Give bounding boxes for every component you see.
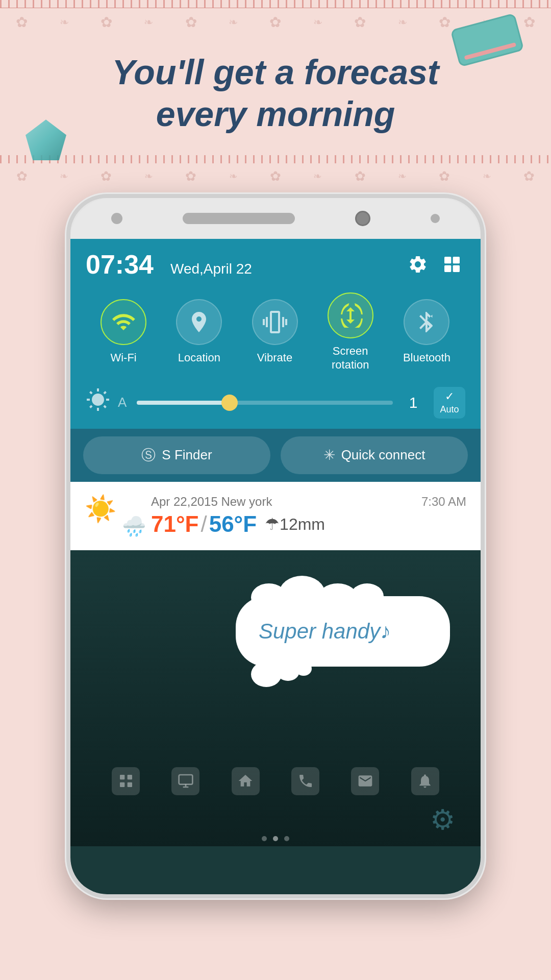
dock-icon-2 [171,767,199,795]
rotation-icon-circle [328,292,373,338]
qs-screen-rotation[interactable]: Screenrotation [328,292,373,372]
svg-rect-1 [453,257,460,263]
floral-deco-1: ✿ [16,14,28,31]
floral-deco-4: ❧ [144,16,153,29]
wifi-label: Wi-Fi [110,351,136,364]
floral-b-13: ✿ [523,168,535,184]
auto-label: Auto [440,404,459,415]
location-label: Location [178,351,220,364]
svg-rect-8 [179,775,193,785]
qs-wifi[interactable]: Wi-Fi [101,299,146,364]
s-finder-button[interactable]: Ⓢ S Finder [83,436,270,474]
bottom-nav-dots [70,836,481,841]
brightness-number: 1 [403,394,423,411]
auto-check-icon: ✓ [445,390,454,403]
qs-bluetooth[interactable]: Bluetooth [403,299,450,364]
location-icon-circle [176,299,222,345]
cloud-speech-bubble: Super handy♪ [236,581,450,667]
floral-b-5: ✿ [185,168,196,184]
dock-icon-6 [411,767,439,795]
dock-icon-3 [232,767,260,795]
temp-low: 56°F [209,511,257,537]
svg-rect-7 [127,782,132,787]
phone-camera [355,211,370,226]
dock-icon-1 [112,767,140,795]
phone-container: 07:34 Wed,April 22 [0,194,551,898]
auto-button[interactable]: ✓ Auto [434,387,465,419]
phone-frame: 07:34 Wed,April 22 [66,194,485,898]
screen-rotation-label: Screenrotation [332,345,369,372]
floral-b-12: ❧ [483,170,491,182]
status-icons [405,251,465,278]
quick-connect-button[interactable]: ✳ Quick connect [281,436,468,474]
floral-deco-7: ✿ [269,14,281,31]
weather-time: 7:30 AM [421,495,466,509]
floral-b-9: ✿ [355,168,366,184]
floral-b-3: ✿ [101,168,112,184]
floral-b-4: ❧ [144,170,153,182]
phone-dot-right [431,214,440,223]
weather-info: Apr 22,2015 New york 7:30 AM 71°F / 56°F… [151,495,466,537]
grid-icon[interactable] [439,251,465,278]
svg-rect-4 [120,775,124,779]
qs-location[interactable]: Location [176,299,222,364]
weather-sun-icon: ☀️ [85,494,116,524]
phone-screen: 07:34 Wed,April 22 [70,239,481,894]
bluetooth-icon-circle [404,299,449,345]
floral-b-7: ✿ [270,168,281,184]
svg-rect-6 [120,782,124,787]
floral-deco-13: ✿ [523,14,535,31]
weather-widget: ☀️ 🌧️ Apr 22,2015 New york 7:30 AM 71°F … [70,482,481,550]
floral-deco-8: ❧ [313,16,322,29]
s-finder-icon: Ⓢ [141,446,156,465]
phone-speaker [183,213,295,224]
weather-icon-area: ☀️ 🌧️ [85,493,141,539]
floral-deco-6: ❧ [229,16,238,29]
weather-date-label: Apr 22,2015 New york [151,495,272,508]
deco-gem [26,119,66,160]
dark-screen-area: Super handy♪ [70,550,481,846]
svg-rect-0 [444,257,451,263]
weather-rain-icon: 🌧️ [122,515,146,537]
dock-icons [70,767,481,795]
header-section: You'll get a forecast every morning [0,36,551,155]
wifi-icon-circle [101,299,146,345]
floral-strip-bottom: ✿ ❧ ✿ ❧ ✿ ❧ ✿ ❧ ✿ ❧ ✿ ❧ ✿ [0,163,551,189]
status-bar: 07:34 Wed,April 22 [70,239,481,285]
floral-b-11: ✿ [439,168,450,184]
brightness-auto-icon [86,388,110,418]
quick-connect-icon: ✳ [323,447,335,463]
bluetooth-label: Bluetooth [403,351,450,364]
cloud-body: Super handy♪ [236,596,450,667]
floral-deco-3: ✿ [101,14,112,31]
phone-dot-left [111,213,122,224]
floral-b-1: ✿ [16,168,28,184]
page-title: You'll get a forecast every morning [31,52,520,135]
s-finder-label: S Finder [162,447,212,463]
dock-icon-4 [291,767,319,795]
weather-date-city: Apr 22,2015 New york [151,495,272,509]
floral-b-8: ❧ [313,170,322,182]
weather-rain-amount: ☂12mm [265,514,325,534]
phone-top-bar [70,198,481,239]
floral-b-10: ❧ [398,170,407,182]
weather-temp-row: 71°F / 56°F ☂12mm [151,511,466,537]
vibrate-label: Vibrate [257,351,292,364]
qs-vibrate[interactable]: Vibrate [252,299,298,364]
cloud-text: Super handy♪ [259,619,391,643]
finder-row: Ⓢ S Finder ✳ Quick connect [70,429,481,482]
settings-icon[interactable] [405,251,431,278]
top-border-pattern [0,0,551,8]
vibrate-icon-circle [252,299,298,345]
dock-icon-5 [351,767,379,795]
floral-b-2: ❧ [60,170,68,182]
brightness-slider[interactable] [137,401,393,405]
temp-high: 71°F [151,511,198,537]
floral-deco-9: ✿ [354,14,366,31]
bottom-gear-icon: ⚙ [430,803,455,836]
svg-rect-5 [127,775,132,779]
auto-sub-label: A [118,395,127,410]
svg-rect-3 [453,265,460,272]
svg-rect-2 [444,265,451,272]
mid-border-pattern [0,155,551,163]
